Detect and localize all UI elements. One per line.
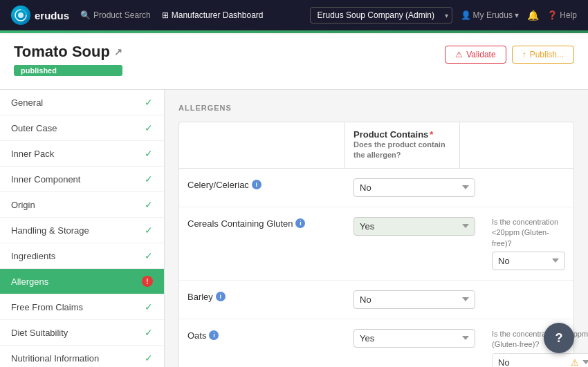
allergen-row: Cereals Containing GluteniNoYesMay conta… — [179, 207, 573, 281]
check-icon: ✓ — [145, 225, 153, 236]
info-icon[interactable]: i — [295, 218, 305, 228]
info-icon[interactable]: i — [209, 330, 219, 340]
allergen-extra-field-wrap: NoYes⚠ — [492, 353, 588, 367]
allergen-row: OatsiNoYesMay containIs the concentratio… — [179, 319, 573, 367]
allergen-name: Celery/Celeriaci — [179, 174, 345, 196]
check-icon: ✓ — [145, 301, 153, 312]
allergen-value-select[interactable]: NoYesMay contain — [353, 290, 475, 309]
allergen-extra-label: Is the concentration <20ppm (Gluten-free… — [492, 217, 565, 249]
allergens-col-label — [179, 122, 345, 168]
sidebar-item-inner-pack[interactable]: Inner Pack✓ — [0, 141, 164, 167]
product-header: Tomato Soup ↗ published ⚠ Validate ↑ Pub… — [0, 35, 588, 90]
header: erudus 🔍 Product Search ⊞ Manufacturer D… — [0, 0, 588, 30]
sidebar-item-handling---storage[interactable]: Handling & Storage✓ — [0, 218, 164, 243]
publish-button[interactable]: ↑ Publish... — [512, 46, 574, 64]
chevron-down-icon: ▾ — [515, 10, 519, 20]
sidebar-item-label: Inner Component — [11, 174, 80, 185]
allergens-rows: Celery/CeleriaciNoYesMay containCereals … — [179, 169, 573, 367]
sidebar-item-general[interactable]: General✓ — [0, 90, 164, 115]
required-star: * — [430, 129, 433, 140]
sidebar-item-inner-component[interactable]: Inner Component✓ — [0, 167, 164, 192]
logo-text: erudus — [35, 10, 69, 21]
allergens-col-extra — [460, 122, 574, 168]
info-icon[interactable]: i — [252, 180, 261, 189]
check-icon: ✓ — [145, 352, 153, 364]
sidebar-item-label: Nutritional Information — [11, 353, 99, 364]
product-actions: ⚠ Validate ↑ Publish... — [445, 46, 574, 64]
notification-bell-icon[interactable]: 🔔 — [527, 10, 539, 21]
logo[interactable]: erudus — [11, 6, 69, 25]
allergen-value-select[interactable]: NoYesMay contain — [353, 329, 475, 348]
company-selector[interactable]: Erudus Soup Company (Admin) — [310, 7, 452, 23]
sidebar-item-label: Origin — [11, 200, 35, 210]
error-icon: ⚠ — [571, 357, 579, 367]
check-icon: ✓ — [145, 250, 153, 261]
allergen-value-select[interactable]: NoYesMay contain — [353, 217, 475, 236]
nav-links: 🔍 Product Search ⊞ Manufacturer Dashboar… — [80, 10, 299, 20]
external-link-icon[interactable]: ↗ — [114, 46, 122, 57]
sidebar-item-label: Handling & Storage — [11, 225, 89, 236]
validate-button[interactable]: ⚠ Validate — [445, 46, 506, 64]
my-erudus-menu[interactable]: 👤 My Erudus ▾ — [461, 10, 519, 20]
dashboard-icon: ⊞ — [162, 10, 169, 20]
svg-point-1 — [18, 12, 24, 18]
sidebar-item-label: Inner Pack — [11, 149, 54, 159]
sidebar-item-nutritional-information[interactable]: Nutritional Information✓ — [0, 346, 164, 367]
allergen-row: Celery/CeleriaciNoYesMay contain — [179, 169, 573, 207]
allergen-select-col: NoYesMay contain — [345, 325, 484, 352]
info-icon[interactable]: i — [216, 292, 226, 301]
allergen-extra-col — [484, 174, 573, 182]
upload-icon: ↑ — [522, 50, 526, 59]
sidebar-item-outer-case[interactable]: Outer Case✓ — [0, 115, 164, 141]
check-icon: ✓ — [145, 327, 153, 338]
search-icon: 🔍 — [80, 10, 91, 20]
sidebar-item-label: Diet Suitability — [11, 328, 68, 338]
check-icon: ✓ — [145, 122, 153, 133]
allergens-section-title: ALLERGENS — [178, 104, 574, 112]
sidebar-item-label: Ingredients — [11, 251, 55, 261]
allergens-col-product-contains: Product Contains* Does the product conta… — [345, 122, 460, 168]
accent-bar — [0, 30, 588, 33]
help-fab[interactable]: ? — [544, 323, 574, 353]
sidebar-item-label: General — [11, 97, 43, 108]
nav-manufacturer-dashboard[interactable]: ⊞ Manufacturer Dashboard — [162, 10, 264, 20]
content-area: ALLERGENS Product Contains* Does the pro… — [165, 90, 588, 367]
error-dot: ! — [142, 276, 153, 287]
sidebar-item-origin[interactable]: Origin✓ — [0, 192, 164, 218]
check-icon: ✓ — [145, 199, 153, 210]
sidebar-item-label: Outer Case — [11, 123, 57, 133]
check-icon: ✓ — [145, 97, 153, 108]
allergens-table: Product Contains* Does the product conta… — [178, 122, 574, 367]
allergen-value-select[interactable]: NoYesMay contain — [353, 178, 475, 197]
allergen-extra-field-wrap: NoYes — [492, 252, 565, 270]
main-layout: General✓Outer Case✓Inner Pack✓Inner Comp… — [0, 90, 588, 367]
allergens-header-row: Product Contains* Does the product conta… — [179, 122, 573, 169]
product-title: Tomato Soup ↗ — [14, 43, 122, 61]
allergen-name: Cereals Containing Gluteni — [179, 213, 345, 234]
allergen-extra-col — [484, 286, 573, 294]
user-icon: 👤 — [461, 10, 471, 20]
company-selector-wrap: Erudus Soup Company (Admin) — [310, 7, 452, 23]
sidebar-item-free-from-claims[interactable]: Free From Claims✓ — [0, 294, 164, 320]
allergen-row: BarleyiNoYesMay contain — [179, 281, 573, 319]
sidebar-item-ingredients[interactable]: Ingredients✓ — [0, 243, 164, 269]
allergen-select-col: NoYesMay contain — [345, 286, 484, 313]
sidebar-item-allergens[interactable]: Allergens! — [0, 269, 164, 294]
nav-product-search[interactable]: 🔍 Product Search — [80, 10, 151, 20]
allergen-select-col: NoYesMay contain — [345, 213, 484, 240]
header-right: Erudus Soup Company (Admin) 👤 My Erudus … — [310, 7, 577, 23]
warning-icon: ⚠ — [455, 50, 463, 59]
sidebar-item-label: Allergens — [11, 276, 48, 287]
allergen-extra-col: Is the concentration <20ppm (Gluten-free… — [484, 213, 573, 274]
allergens-col-sublabel: Does the product contain the allergen? — [353, 140, 451, 161]
logo-icon — [11, 6, 30, 25]
published-badge: published — [14, 65, 122, 76]
allergen-extra-select[interactable]: NoYes — [492, 252, 565, 270]
sidebar-item-label: Free From Claims — [11, 302, 83, 312]
help-link[interactable]: ❓ Help — [547, 10, 577, 20]
check-icon: ✓ — [145, 173, 153, 185]
sidebar-item-diet-suitability[interactable]: Diet Suitability✓ — [0, 320, 164, 346]
sidebar: General✓Outer Case✓Inner Pack✓Inner Comp… — [0, 90, 165, 367]
check-icon: ✓ — [145, 148, 153, 159]
allergen-select-col: NoYesMay contain — [345, 174, 484, 201]
